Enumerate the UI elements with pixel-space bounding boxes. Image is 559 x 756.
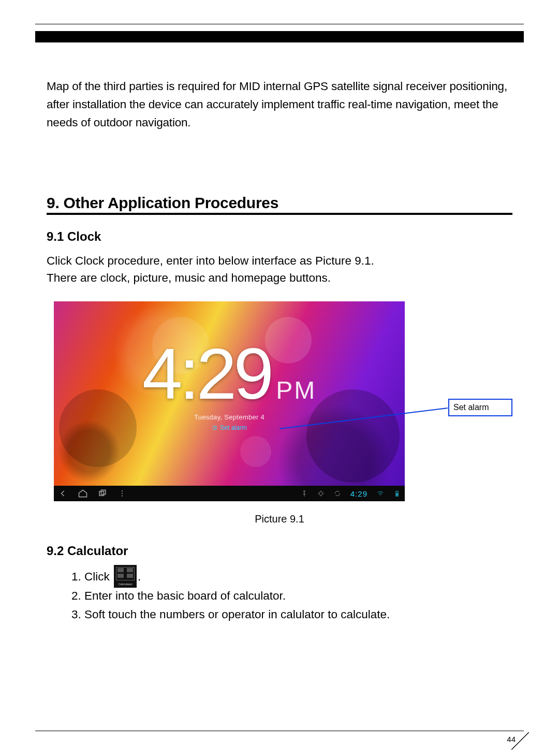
calculator-subheading: 9.2 Calculator bbox=[47, 544, 512, 558]
set-alarm-label: Set alarm bbox=[220, 424, 246, 431]
page-top-rule bbox=[35, 24, 524, 24]
calc-step-2: 2. Enter into the basic board of calcula… bbox=[71, 587, 512, 605]
calculator-steps: 1. Click Calculator . 2. Enter into the … bbox=[71, 568, 512, 624]
header-black-bar bbox=[35, 31, 524, 42]
alarm-clock-icon bbox=[212, 425, 218, 431]
battery-icon bbox=[393, 490, 401, 497]
clock-paragraph: Click Clock procedure, enter into below … bbox=[47, 252, 512, 287]
svg-rect-1 bbox=[99, 491, 104, 496]
clock-paragraph-line1: Click Clock procedure, enter into below … bbox=[47, 254, 374, 267]
section-heading: 9. Other Application Procedures bbox=[47, 194, 512, 215]
debug-icon bbox=[317, 490, 325, 497]
page-content: Map of the third parties is required for… bbox=[47, 78, 512, 624]
usb-icon bbox=[301, 490, 308, 497]
figure-9-1: 4:29 PM Tuesday, September 4 Set alarm bbox=[47, 301, 512, 525]
page-corner-mark bbox=[511, 732, 529, 750]
calc-step-1-prefix: 1. Click bbox=[71, 570, 110, 583]
clock-subheading: 9.1 Clock bbox=[47, 229, 512, 244]
page-footer-rule bbox=[35, 731, 524, 731]
clock-display: 4:29 PM Tuesday, September 4 Set alarm bbox=[54, 338, 405, 433]
menu-dots-icon[interactable] bbox=[117, 488, 127, 499]
calc-step-1: 1. Click Calculator . bbox=[71, 568, 512, 586]
calculator-icon-label: Calculator bbox=[114, 582, 137, 587]
home-icon[interactable] bbox=[78, 488, 88, 499]
figure-caption: Picture 9.1 bbox=[47, 513, 512, 525]
callout-set-alarm: Set alarm bbox=[448, 399, 512, 416]
set-alarm-link[interactable]: Set alarm bbox=[212, 424, 246, 431]
statusbar-time: 4:29 bbox=[350, 489, 367, 498]
svg-point-5 bbox=[122, 496, 123, 497]
clock-period: PM bbox=[276, 376, 316, 404]
clock-screenshot: 4:29 PM Tuesday, September 4 Set alarm bbox=[54, 301, 405, 501]
wifi-icon bbox=[377, 490, 384, 497]
calculator-app-icon[interactable]: Calculator bbox=[114, 565, 137, 588]
recent-apps-icon[interactable] bbox=[97, 488, 108, 499]
intro-paragraph: Map of the third parties is required for… bbox=[47, 78, 512, 132]
svg-line-11 bbox=[511, 732, 529, 750]
calc-step-1-suffix: . bbox=[138, 570, 141, 583]
svg-point-6 bbox=[319, 492, 322, 496]
callout-label: Set alarm bbox=[453, 403, 489, 412]
clock-time-digits: 4:29 bbox=[142, 338, 271, 410]
calc-step-3: 3. Soft touch the numbers or operator in… bbox=[71, 605, 512, 624]
svg-rect-2 bbox=[101, 490, 106, 494]
bokeh-circle bbox=[240, 436, 271, 467]
svg-rect-9 bbox=[396, 493, 398, 496]
svg-point-3 bbox=[122, 490, 123, 491]
android-navbar: 4:29 bbox=[54, 486, 405, 501]
svg-rect-8 bbox=[396, 491, 398, 491]
clock-date: Tuesday, September 4 bbox=[54, 413, 405, 421]
svg-point-4 bbox=[122, 493, 123, 494]
clock-paragraph-line2: There are clock, picture, music and home… bbox=[47, 271, 331, 284]
sync-icon bbox=[334, 490, 341, 497]
back-icon[interactable] bbox=[58, 488, 68, 499]
